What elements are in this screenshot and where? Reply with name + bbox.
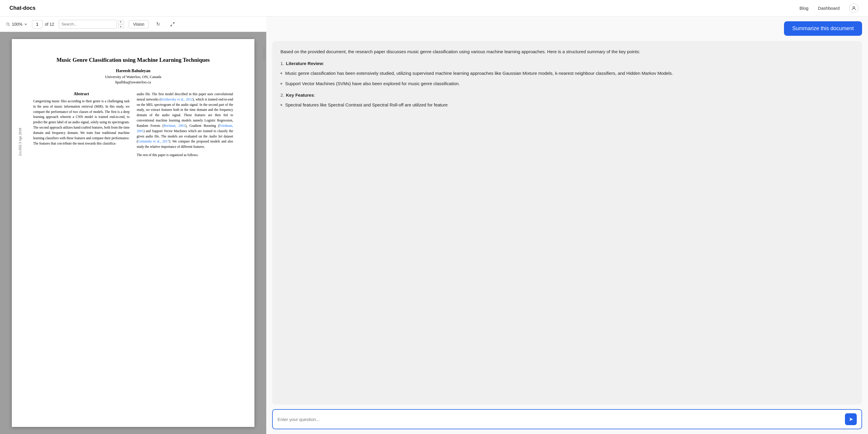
pdf-page: [cs.SD] 3 Apr 2018 Music Genre Classific…	[12, 39, 254, 427]
col-right-text2: The rest of this paper is organized as f…	[137, 153, 233, 158]
link-gemmeke: Gemmeke et al., 2017	[138, 139, 169, 143]
chevron-down-icon	[24, 23, 27, 26]
bullet-dot	[280, 83, 282, 85]
paper-author: Hareesh Bahuleyan	[33, 69, 233, 73]
search-arrows: ▾ ▴	[118, 20, 124, 28]
vision-button[interactable]: Vision	[129, 20, 149, 28]
fullscreen-icon	[170, 22, 175, 27]
link-breiman: Breiman, 2001	[164, 124, 185, 127]
search-box: ▾ ▴	[59, 20, 124, 29]
nav-dashboard[interactable]: Dashboard	[818, 6, 840, 11]
section-number-1: 1.	[280, 60, 284, 67]
section-heading-1: 1. Literature Review:	[280, 60, 854, 67]
zoom-control[interactable]: 100%	[6, 22, 27, 27]
bullet-item: Support Vector Machines (SVMs) have also…	[280, 80, 854, 87]
col-right: audio file. The first model described in…	[137, 92, 233, 158]
chat-input[interactable]	[278, 417, 842, 422]
zoom-value: 100%	[12, 22, 23, 27]
col-right-text: audio file. The first model described in…	[137, 92, 233, 149]
pdf-toolbar: 100% of 12 ▾ ▴ Vision ↻	[0, 16, 266, 32]
refresh-button[interactable]: ↻	[154, 20, 163, 29]
chat-input-area: ➤	[272, 409, 862, 429]
section-title-2: Key Features:	[286, 92, 315, 99]
user-avatar[interactable]	[849, 4, 859, 13]
send-button[interactable]: ➤	[845, 413, 857, 425]
search-input[interactable]	[59, 20, 117, 29]
link-krizhevsky: Krizhevsky et al., 2012	[161, 98, 193, 101]
section-number-2: 2.	[280, 92, 284, 99]
main-layout: 100% of 12 ▾ ▴ Vision ↻	[0, 0, 868, 434]
header-nav: Blog Dashboard	[800, 4, 859, 13]
chat-response: Based on the provided document, the rese…	[272, 41, 862, 404]
paper-affiliation: University of Waterloo, ON, Canada	[33, 74, 233, 79]
chat-panel: Summarize this document Based on the pro…	[266, 16, 868, 434]
page-of-label: of 12	[45, 22, 54, 27]
fullscreen-button[interactable]	[168, 20, 177, 29]
section-2-bullets: Spectral features like Spectral Contrast…	[280, 102, 854, 108]
bullet-item: Music genre classification has been exte…	[280, 70, 854, 77]
bullet-text: Music genre classification has been exte…	[285, 70, 673, 77]
svg-point-0	[853, 6, 855, 8]
abstract-title: Abstract	[33, 92, 130, 96]
bullet-item: Spectral features like Spectral Contrast…	[280, 102, 854, 108]
refresh-icon: ↻	[156, 21, 160, 27]
svg-line-4	[171, 25, 172, 26]
logo: Chat-docs	[9, 5, 800, 11]
section-1-bullets: Music genre classification has been exte…	[280, 70, 854, 87]
search-prev-btn[interactable]: ▾	[118, 20, 124, 24]
nav-blog[interactable]: Blog	[800, 6, 809, 11]
paper-body: Abstract Categorizing music files accord…	[33, 92, 233, 158]
summarize-button[interactable]: Summarize this document	[784, 21, 862, 36]
section-title-strong-2: Key Features	[286, 93, 314, 98]
bullet-dot	[280, 104, 282, 106]
page-number-input[interactable]	[32, 20, 42, 28]
paper-title: Music Genre Classification using Machine…	[33, 57, 233, 63]
send-icon: ➤	[849, 416, 853, 423]
section-key-features: 2. Key Features: Spectral features like …	[280, 92, 854, 108]
svg-point-1	[6, 23, 9, 25]
page-control: of 12	[32, 20, 54, 28]
search-icon	[6, 22, 10, 26]
svg-line-3	[173, 23, 174, 24]
arxiv-watermark: [cs.SD] 3 Apr 2018	[18, 128, 23, 156]
section-heading-2: 2. Key Features:	[280, 92, 854, 99]
response-intro: Based on the provided document, the rese…	[280, 48, 854, 55]
bullet-dot	[280, 72, 282, 74]
section-literature-review: 1. Literature Review: Music genre classi…	[280, 60, 854, 87]
section-title-1: Literature Review:	[286, 60, 324, 67]
bullet-text: Support Vector Machines (SVMs) have also…	[285, 80, 460, 87]
col-left: Abstract Categorizing music files accord…	[33, 92, 130, 158]
pdf-content[interactable]: [cs.SD] 3 Apr 2018 Music Genre Classific…	[0, 32, 266, 434]
abstract-text: Categorizing music files according to th…	[33, 99, 130, 146]
svg-line-2	[9, 25, 10, 26]
pdf-panel: 100% of 12 ▾ ▴ Vision ↻	[0, 16, 266, 434]
section-title-strong-1: Literature Review	[286, 61, 323, 66]
bullet-text: Spectral features like Spectral Contrast…	[285, 102, 447, 108]
header: Chat-docs Blog Dashboard	[0, 0, 868, 16]
paper-email: hpallika@uwaterloo.ca	[33, 80, 233, 85]
search-next-btn[interactable]: ▴	[118, 25, 124, 28]
scrollbar[interactable]	[263, 47, 265, 59]
